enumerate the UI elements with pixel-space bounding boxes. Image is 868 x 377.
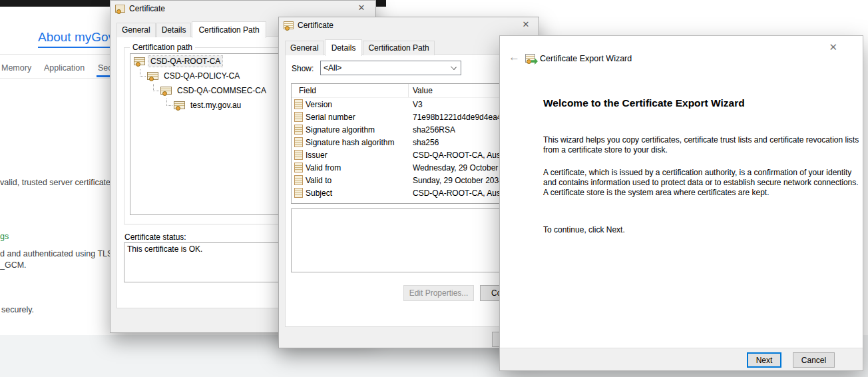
tab-general[interactable]: General (116, 23, 156, 37)
security-green-link[interactable]: gs (0, 232, 9, 241)
field-name: Signature hash algorithm (306, 138, 394, 147)
show-dropdown[interactable]: <All> (320, 61, 461, 75)
dialog-titlebar[interactable]: Certificate ✕ (110, 1, 375, 16)
wizard-footer: Next Cancel (500, 348, 863, 370)
column-field[interactable]: Field (292, 84, 409, 97)
field-value: Sunday, 29 October 2034 10 (409, 176, 515, 185)
tab-details[interactable]: Details (156, 23, 192, 37)
tabstrip: General Details Certification Path (285, 39, 435, 55)
fields-table[interactable]: Field Value Version V3 Serial number 71e… (291, 83, 528, 204)
field-icon (294, 112, 303, 122)
dialog-titlebar[interactable]: Certificate ✕ (279, 17, 539, 33)
cancel-button[interactable]: Cancel (793, 352, 835, 368)
wizard-title: Certificate Export Wizard (540, 54, 632, 63)
field-name: Version (306, 100, 332, 109)
field-icon (294, 99, 303, 109)
field-icon (294, 175, 303, 185)
field-value: sha256RSA (409, 125, 455, 135)
wizard-paragraph-3: To continue, click Next. (543, 225, 864, 235)
certificate-icon (134, 57, 145, 65)
tab-details[interactable]: Details (325, 39, 363, 56)
dialog-title: Certificate (298, 21, 333, 30)
field-icon (294, 125, 303, 135)
tab-memory[interactable]: Memory (1, 63, 31, 73)
chevron-down-icon (451, 64, 457, 70)
close-icon[interactable]: ✕ (520, 19, 532, 29)
tree-label[interactable]: CSD-QA-POLICY-CA (162, 71, 242, 81)
tree-connector (140, 69, 146, 77)
table-row[interactable]: Serial number 71e98b1221d4de9d4ea4820 (292, 111, 527, 123)
field-icon (294, 150, 303, 160)
wizard-heading: Welcome to the Certificate Export Wizard (543, 97, 745, 109)
close-icon[interactable]: ✕ (829, 41, 837, 53)
back-arrow-icon[interactable]: ← (509, 51, 520, 64)
show-dropdown-value: <All> (324, 63, 341, 73)
close-icon[interactable]: ✕ (355, 3, 367, 13)
next-button[interactable]: Next (747, 352, 781, 368)
table-row[interactable]: Signature hash algorithm sha256 (292, 136, 527, 149)
certificate-status-value: This certificate is OK. (127, 244, 202, 254)
field-detail-box (291, 208, 528, 272)
tabstrip: General Details Certification Path (116, 21, 267, 37)
tab-certification-path[interactable]: Certification Path (192, 21, 266, 38)
certificate-export-wizard: ✕ ← Certificate Export Wizard Welcome to… (499, 35, 863, 371)
field-name: Issuer (306, 151, 327, 160)
tab-general[interactable]: General (285, 41, 324, 55)
table-row[interactable]: Signature algorithm sha256RSA (292, 123, 527, 136)
tree-label[interactable]: CSD-QA-ROOT-CA (148, 56, 222, 67)
column-value[interactable]: Value (409, 86, 433, 95)
certificate-icon (284, 21, 294, 29)
table-row[interactable]: Valid to Sunday, 29 October 2034 10 (292, 174, 527, 187)
certificate-icon (115, 5, 125, 13)
field-name: Valid from (306, 163, 341, 173)
certificate-status-label: Certificate status: (124, 232, 186, 242)
field-value: V3 (409, 100, 423, 109)
tree-connector (166, 99, 172, 106)
certificate-icon (147, 72, 158, 80)
tab-application[interactable]: Application (44, 63, 85, 73)
wizard-paragraph-1: This wizard helps you copy certificates,… (543, 135, 864, 155)
tab-content-panel: Show: <All> Field Value Version V3 Seria… (285, 54, 534, 327)
wizard-paragraph-2: A certificate, which is issued by a cert… (543, 168, 864, 198)
certificate-export-icon (525, 54, 535, 63)
dialog-title: Certificate (129, 4, 165, 13)
tree-label[interactable]: test.my.gov.au (188, 100, 243, 111)
table-row[interactable]: Valid from Wednesday, 29 October 201 (292, 161, 527, 174)
table-row[interactable]: Subject CSD-QA-ROOT-CA, Australia (292, 187, 527, 199)
certificate-icon (174, 101, 185, 109)
screen: About myGov Memory Application Sec valid… (0, 0, 868, 377)
securely-text: securely. (1, 305, 34, 314)
field-name: Subject (306, 188, 332, 198)
table-row[interactable]: Version V3 (292, 98, 527, 111)
tree-label[interactable]: CSD-QA-COMMSEC-CA (175, 85, 268, 96)
field-value: sha256 (409, 138, 439, 147)
tls-info-text: d and authenticated using TLS 1 (0, 249, 120, 258)
table-header[interactable]: Field Value (292, 84, 527, 98)
group-label: Certification path (130, 43, 195, 52)
tab-certification-path[interactable]: Certification Path (363, 41, 434, 55)
field-icon (294, 163, 303, 173)
show-label: Show: (292, 64, 314, 73)
certificate-icon (160, 87, 172, 95)
field-name: Valid to (306, 176, 331, 185)
field-icon (294, 188, 303, 198)
gcm-info-text: _GCM. (0, 260, 27, 270)
tree-connector (153, 84, 159, 91)
about-mygov-link[interactable]: About myGov (38, 30, 114, 48)
security-summary-text: valid, trusted server certificate is (0, 178, 119, 187)
field-icon (294, 137, 303, 147)
field-value: Wednesday, 29 October 201 (409, 163, 514, 173)
field-name: Serial number (306, 113, 355, 122)
field-name: Signature algorithm (306, 125, 375, 135)
table-row[interactable]: Issuer CSD-QA-ROOT-CA, Australia (292, 149, 527, 161)
edit-properties-button[interactable]: Edit Properties... (403, 285, 474, 301)
